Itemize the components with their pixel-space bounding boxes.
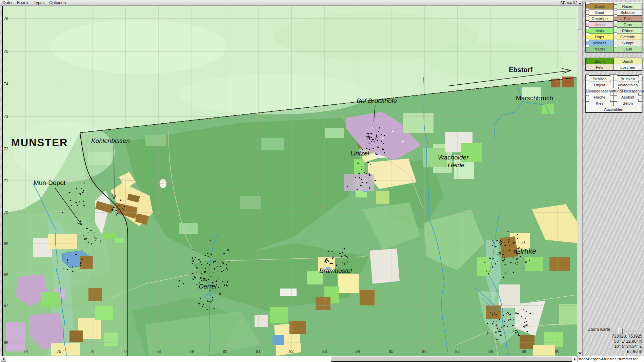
vegetation-group: BaumBuschFelsLöschen	[585, 58, 642, 71]
palette-button-label: Laub	[623, 47, 632, 51]
menu-item-bearb[interactable]: Bearb.	[17, 0, 29, 5]
palette-button-label: Rüben	[622, 29, 633, 33]
palette-button-lschen[interactable]: Löschen	[613, 64, 642, 70]
button-tab-notch	[613, 33, 617, 35]
vertical-scroll-thumb[interactable]	[577, 6, 582, 29]
button-tab-notch	[585, 33, 589, 35]
button-tab-notch	[585, 20, 589, 23]
palette-button-sand[interactable]: Sand	[585, 9, 614, 16]
terrain-palette-panel: DreckRasenSandSchotterGestrüppFelsHeideG…	[584, 0, 644, 362]
scroll-up-button[interactable]	[577, 1, 583, 6]
palette-button-label: Asphalt	[621, 95, 634, 99]
palette-button-rasen[interactable]: Rasen	[613, 3, 642, 9]
grid-label-y: 70	[4, 210, 8, 215]
palette-button-objekt[interactable]: Objekt	[585, 82, 614, 88]
palette-button-wasser[interactable]: Wasser	[585, 40, 614, 46]
menu-item-typus[interactable]: Typus	[34, 0, 44, 5]
menu-item-datei[interactable]: Datei	[3, 0, 12, 5]
grid-label-x: 76	[90, 349, 94, 354]
scroll-left-button[interactable]	[1, 357, 6, 362]
scroll-down-icon	[578, 353, 582, 356]
button-tab-notch	[585, 8, 589, 11]
grid-label-x: 87	[455, 349, 460, 354]
map-canvas	[3, 6, 577, 356]
palette-button-hochspannungsleitung[interactable]: Hochspannungsleitung	[622, 88, 644, 94]
palette-button-mais[interactable]: Mais	[585, 27, 614, 34]
label-lintzel: Lintzel	[350, 150, 369, 157]
palette-button-label: Baum	[595, 59, 605, 63]
palette-button-fels[interactable]: Fels	[613, 15, 642, 22]
scroll-up-icon	[578, 1, 582, 4]
vertical-scrollbar[interactable]	[577, 1, 583, 356]
palette-button-asphalt[interactable]: Asphalt	[613, 94, 642, 100]
palette-button-busch[interactable]: Busch	[613, 58, 642, 64]
palette-button-label: Straßen	[593, 77, 607, 81]
grid-label-x: 90	[555, 349, 559, 354]
grid-label-y: 69	[4, 241, 8, 246]
grid-label-y: 67	[4, 303, 8, 308]
elevation-readout: El: 96 m	[627, 349, 642, 354]
app-window: DateiBearb.TypusOptionen SB V4.023	[0, 0, 644, 362]
palette-button-heide[interactable]: Heide	[585, 21, 614, 28]
grid-label-x: 74	[23, 349, 28, 354]
palette-button-flche[interactable]: Fläche	[585, 94, 614, 100]
palette-button-schotter[interactable]: Schotter	[613, 9, 642, 16]
palette-button-getreide[interactable]: Getreide	[613, 34, 642, 40]
menu-item-optionen[interactable]: Optionen	[49, 0, 66, 5]
palette-button-rben[interactable]: Rüben	[613, 27, 642, 34]
palette-button-label: Raps	[595, 35, 604, 39]
palette-button-dreck[interactable]: Dreck	[585, 3, 614, 9]
select-button[interactable]: Auswählen	[585, 106, 642, 112]
palette-button-gras[interactable]: Gras	[613, 21, 642, 28]
palette-button-beton[interactable]: Beton	[613, 100, 642, 106]
grid-label-y: 68	[4, 273, 8, 277]
grid-label-x: 81	[256, 349, 260, 354]
button-tab-notch	[613, 45, 617, 47]
palette-button-laub[interactable]: Laub	[613, 46, 642, 52]
palette-button-label: Nadel	[595, 47, 605, 51]
palette-button-gestrpp[interactable]: Gestrüpp	[585, 15, 614, 22]
palette-button-vektorlinien[interactable]: Vektorlinien	[613, 82, 642, 88]
button-tab-notch	[638, 81, 642, 83]
palette-button-label: Gras	[624, 23, 632, 27]
button-tab-notch	[585, 99, 589, 102]
palette-button-raps[interactable]: Raps	[585, 34, 614, 40]
palette-button-label: Brücken	[621, 77, 635, 81]
zoom-slider-thumb[interactable]	[618, 328, 623, 334]
palette-button-label: Fels	[624, 17, 631, 21]
longitude-readout: 10° 5' 34.34" E	[614, 344, 642, 349]
palette-button-label: Geländebeschriftung	[586, 89, 622, 93]
palette-button-label: Gestrüpp	[591, 17, 607, 21]
label-bhf-brockhoefe: Bhf Brockhöfe	[357, 98, 397, 104]
button-tab-notch	[585, 87, 589, 89]
map-viewport[interactable]: MUNSTERKohlenbissenMun-DepotBhf Brockhöf…	[2, 6, 577, 356]
palette-button-label: Vektorlinien	[618, 83, 638, 87]
grid-label-y: 66	[4, 340, 8, 345]
horizontal-scroll-thumb[interactable]	[331, 356, 572, 362]
grid-label-x: 84	[356, 349, 360, 354]
scroll-right-button[interactable]	[572, 357, 578, 362]
scroll-down-button[interactable]	[577, 351, 583, 356]
button-tab-notch	[585, 81, 589, 83]
palette-button-kies[interactable]: Kies	[585, 100, 614, 106]
zoom-slider-track[interactable]	[611, 331, 643, 332]
button-tab-notch	[585, 14, 589, 17]
button-tab-notch	[638, 74, 642, 77]
button-tab-notch	[638, 99, 642, 102]
palette-button-nadel[interactable]: Nadel	[585, 46, 614, 52]
label-ebstorf: Ebstorf	[509, 66, 532, 73]
palette-button-label: Rasen	[622, 4, 633, 8]
palette-button-sumpf[interactable]: Sumpf	[613, 40, 642, 46]
palette-button-brcken[interactable]: Brücken	[613, 76, 642, 82]
button-tab-notch	[613, 74, 617, 77]
palette-button-straen[interactable]: Straßen	[585, 76, 614, 82]
palette-button-gelndebeschriftung[interactable]: Geländebeschriftung	[585, 88, 622, 94]
palette-button-fels[interactable]: Fels	[585, 64, 614, 70]
palette-button-label: Schotter	[621, 10, 635, 15]
palette-button-label: Dreck	[595, 4, 605, 8]
button-tab-notch	[585, 74, 589, 77]
grid-label-x: 88	[488, 349, 493, 354]
grid-label-x: 79	[189, 349, 194, 354]
palette-button-label: Sumpf	[622, 41, 633, 45]
palette-button-baum[interactable]: Baum	[585, 58, 614, 64]
